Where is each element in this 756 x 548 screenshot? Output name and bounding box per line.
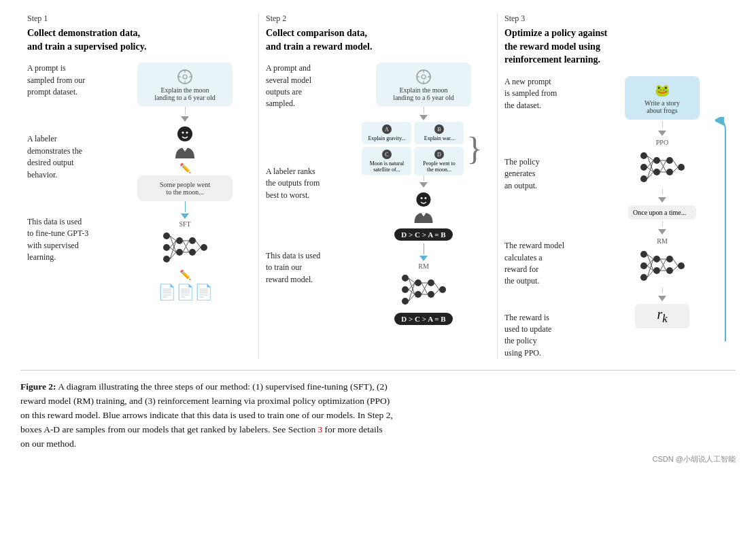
svg-point-78 [640, 251, 647, 258]
step2-person-icon [407, 190, 440, 224]
step2-arrow2-head [419, 182, 428, 188]
step3-visual: 🐸 Write a story about frogs PPO [596, 76, 729, 328]
svg-line-97 [673, 266, 678, 271]
svg-point-61 [653, 157, 660, 164]
step2-output-B: B Explain war... [414, 122, 464, 144]
step2-text1: A prompt and several model outputs are s… [266, 63, 353, 110]
svg-point-84 [666, 267, 673, 274]
svg-point-80 [640, 274, 647, 281]
step1-blue-arrow-line [185, 201, 186, 212]
step3-column: Step 3 Optimize a policy against the rew… [498, 14, 736, 359]
watermark: CSDN @小胡说人工智能 [20, 454, 736, 464]
svg-point-42 [415, 291, 422, 298]
svg-point-45 [439, 286, 446, 293]
step2-prompt-card: Explain the moon landing to a 6 year old [376, 63, 471, 107]
svg-point-30 [422, 75, 426, 79]
step3-text1: A new prompt is sampled from the dataset… [504, 76, 591, 112]
svg-point-12 [176, 237, 183, 244]
step3-arr4-head [658, 296, 666, 301]
step3-text4: The reward is used to update the policy … [504, 312, 591, 360]
step2-output-grid-container: A Explain gravity... B Explain war... C … [362, 122, 485, 175]
step3-text3: The reward model calculates a reward for… [504, 240, 591, 288]
svg-point-65 [678, 164, 685, 171]
step1-title: Collect demonstration data, and train a … [27, 27, 252, 53]
step2-text3: This data is used to train our reward mo… [266, 250, 353, 286]
step2-label: Step 2 [266, 14, 490, 24]
step2-arrow1-head [419, 115, 428, 120]
step3-rm-label: RM [657, 237, 668, 245]
step2-prompt-text: Explain the moon landing to a 6 year old [383, 86, 464, 101]
fig-label: Figure 2: [20, 381, 56, 392]
step2-ranking2: D > C > A = B [394, 313, 452, 325]
step3-rm-neural [638, 247, 686, 285]
step3-ppo-label: PPO [656, 139, 668, 146]
step2-output-A: A Explain gravity... [362, 122, 411, 144]
step3-title: Optimize a policy against the reward mod… [504, 27, 729, 67]
step3-feedback-arrow [715, 117, 736, 348]
step3-arr2-line [662, 189, 663, 194]
step3-arr1-line [662, 121, 663, 128]
step2-text2: A labeler ranks the outputs from best to… [266, 166, 353, 201]
step1-texts: A prompt is sampled from our prompt data… [27, 63, 114, 303]
step2-blue-arrow-line [424, 243, 424, 254]
step3-frog-icon: 🐸 [632, 83, 693, 98]
step2-ranking: D > C > A = B [394, 228, 452, 241]
step1-prompt-card: Explain the moon landing to a 6 year old [137, 63, 233, 107]
step3-arr3-head [658, 229, 666, 235]
step2-arrow1-line [424, 107, 424, 114]
step1-docs-icon: 📄📄📄 [158, 284, 213, 301]
step2-title: Collect comparison data, and train a rew… [266, 27, 490, 53]
step3-ppo-neural [638, 149, 686, 186]
step1-blue-arrow-head [181, 213, 189, 219]
svg-point-10 [163, 244, 170, 251]
svg-point-6 [177, 126, 192, 141]
step1-output-card: Some people went to the moon... [137, 175, 233, 201]
step2-output-C: C Moon is natural satellite of... [362, 147, 411, 175]
step3-prompt-card: 🐸 Write a story about frogs [625, 76, 700, 120]
svg-point-85 [678, 262, 685, 269]
step2-arrow2-line [424, 175, 424, 181]
svg-point-59 [640, 164, 647, 171]
svg-point-37 [424, 197, 426, 199]
svg-point-41 [415, 279, 422, 286]
step2-output-D: D People went to the moon... [414, 147, 464, 175]
step3-label: Step 3 [504, 14, 729, 24]
svg-line-76 [673, 160, 678, 167]
svg-point-58 [640, 152, 647, 159]
step1-prompt-icon [144, 69, 226, 84]
step1-output-text: Some people went to the moon... [144, 181, 226, 196]
step1-content: A prompt is sampled from our prompt data… [27, 63, 252, 303]
step1-text2: A labeler demonstrates the desired outpu… [27, 133, 114, 181]
step1-arrow1-head [181, 116, 189, 122]
svg-point-9 [163, 233, 170, 239]
svg-point-15 [189, 249, 196, 256]
svg-point-11 [163, 256, 170, 262]
svg-point-35 [416, 192, 430, 207]
step1-edit2-icon: ✏️ [179, 269, 191, 281]
step3-texts: A new prompt is sampled from the dataset… [504, 76, 591, 359]
step3-arr1-head [658, 131, 666, 136]
step3-arr3-line [662, 221, 663, 226]
step1-label: Step 1 [27, 14, 252, 24]
step3-output-text: Once upon a time... [633, 209, 691, 216]
step3-text2: The policy generates an output. [504, 156, 591, 192]
svg-line-28 [196, 247, 201, 252]
step2-blue-arrow-head [419, 256, 428, 261]
svg-line-77 [673, 167, 678, 172]
svg-point-62 [653, 169, 660, 175]
step3-output-box: Once upon a time... [628, 205, 696, 220]
step1-person-icon [169, 124, 201, 160]
step1-arrow1-line [185, 107, 186, 115]
svg-point-40 [402, 298, 409, 305]
svg-point-60 [640, 175, 647, 182]
step2-neural-icon [400, 271, 447, 309]
diagram-area: Step 1 Collect demonstration data, and t… [20, 14, 736, 371]
svg-line-57 [434, 290, 439, 294]
step2-output-grid: A Explain gravity... B Explain war... C … [362, 122, 464, 175]
step3-reward-box: rk [635, 304, 689, 328]
step3-reward-label: rk [657, 307, 667, 326]
svg-line-96 [673, 259, 678, 266]
step3-content: A new prompt is sampled from the dataset… [504, 76, 729, 359]
svg-point-13 [176, 249, 183, 256]
step2-visuals: Explain the moon landing to a 6 year old… [357, 63, 490, 328]
